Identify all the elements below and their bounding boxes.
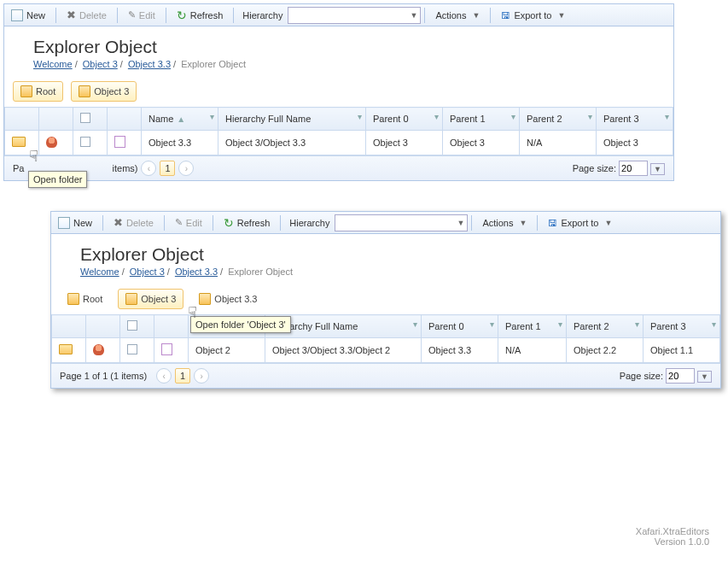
- col-check[interactable]: [120, 315, 154, 338]
- new-icon: [11, 9, 23, 21]
- tooltip-open-folder: Open folder: [28, 171, 87, 188]
- new-label: New: [73, 218, 92, 228]
- col-p3[interactable]: Parent 3▾: [597, 108, 673, 131]
- chevron-down-icon[interactable]: ▼: [697, 371, 712, 383]
- new-icon: [58, 217, 70, 229]
- hierarchy-label: Hierarchy: [242, 10, 282, 20]
- table-row[interactable]: Object 3.3 Object 3/Object 3.3 Object 3 …: [5, 131, 673, 155]
- breadcrumb-object3[interactable]: Object 3: [83, 59, 118, 69]
- filter-icon[interactable]: ▾: [511, 112, 515, 121]
- col-p1[interactable]: Parent 1▾: [443, 108, 520, 131]
- col-name[interactable]: Name▲▾: [142, 108, 218, 131]
- bc-object3-label: Object 3: [141, 294, 176, 304]
- breadcrumb-object33[interactable]: Object 3.3: [175, 266, 218, 277]
- export-button[interactable]: 🖫Export to▼: [495, 7, 571, 24]
- breadcrumb-welcome[interactable]: Welcome: [33, 59, 73, 69]
- tooltip-open-folder-o3: Open folder 'Object 3': [190, 316, 291, 333]
- pager-page-1[interactable]: 1: [160, 161, 175, 176]
- separator: [166, 8, 166, 23]
- hierarchy-select[interactable]: ▼: [335, 214, 468, 231]
- pager-page-1[interactable]: 1: [175, 368, 190, 384]
- pager-prev-button[interactable]: ‹: [156, 368, 172, 384]
- bc-object3-button[interactable]: Object 3: [71, 81, 137, 102]
- col-check[interactable]: [73, 108, 108, 131]
- separator: [102, 215, 103, 231]
- col-p0[interactable]: Parent 0▾: [366, 108, 443, 131]
- folder-icon[interactable]: [59, 344, 73, 354]
- filter-icon[interactable]: ▾: [434, 112, 439, 121]
- cell-p3: Object 3: [597, 131, 673, 155]
- filter-icon[interactable]: ▾: [358, 112, 362, 121]
- document-icon[interactable]: [114, 136, 125, 148]
- edit-button[interactable]: ✎Edit: [122, 6, 161, 24]
- cell-p0: Object 3.3: [422, 338, 498, 363]
- col-doc[interactable]: [108, 108, 142, 131]
- row-checkbox[interactable]: [80, 137, 90, 147]
- cell-hfull: Object 3/Object 3.3: [218, 131, 366, 155]
- delete-button[interactable]: ✖Delete: [108, 214, 160, 231]
- document-icon[interactable]: [161, 343, 172, 355]
- filter-icon[interactable]: ▾: [413, 319, 417, 329]
- col-folder[interactable]: [5, 108, 39, 131]
- page-size-select[interactable]: [666, 368, 695, 384]
- filter-icon[interactable]: ▾: [712, 319, 716, 329]
- col-p1[interactable]: Parent 1▾: [498, 315, 567, 338]
- col-p2[interactable]: Parent 2▾: [567, 315, 644, 338]
- separator: [471, 215, 472, 231]
- filter-icon[interactable]: ▾: [210, 112, 214, 121]
- export-button[interactable]: 🖫Export to▼: [542, 214, 618, 231]
- filter-icon[interactable]: ▾: [665, 112, 669, 121]
- edit-button[interactable]: ✎Edit: [169, 214, 208, 231]
- bc-root-label: Root: [36, 86, 55, 97]
- folder-icon[interactable]: [12, 137, 26, 147]
- actions-label: Actions: [482, 218, 513, 228]
- filter-icon[interactable]: ▾: [588, 112, 592, 121]
- hierarchy-select[interactable]: ▼: [288, 7, 421, 24]
- filter-icon[interactable]: ▾: [558, 319, 562, 329]
- pager-prev-button[interactable]: ‹: [141, 161, 156, 176]
- separator: [117, 8, 118, 23]
- table-row[interactable]: Object 2 Object 3/Object 3.3/Object 2 Ob…: [52, 338, 720, 363]
- checkbox-icon: [80, 113, 90, 123]
- bc-root-button[interactable]: Root: [13, 81, 63, 102]
- breadcrumb-object3[interactable]: Object 3: [130, 266, 165, 277]
- col-person[interactable]: [86, 315, 120, 338]
- delete-button[interactable]: ✖Delete: [61, 6, 113, 24]
- col-person[interactable]: [39, 108, 73, 131]
- new-button[interactable]: New: [52, 214, 98, 232]
- filter-icon[interactable]: ▾: [635, 319, 639, 329]
- col-p3[interactable]: Parent 3▾: [644, 315, 720, 338]
- tree-icon: [125, 293, 137, 305]
- col-hfull[interactable]: Hierarchy Full Name▾: [218, 108, 366, 131]
- refresh-icon: ↻: [224, 217, 234, 229]
- chevron-down-icon[interactable]: ▼: [650, 163, 665, 175]
- pager-next-button[interactable]: ›: [194, 368, 209, 384]
- pager-label: Page 1 of 1 (1 items): [60, 371, 147, 381]
- cell-name: Object 2: [189, 338, 265, 363]
- refresh-icon: ↻: [177, 9, 187, 21]
- delete-icon: ✖: [114, 217, 123, 228]
- breadcrumb-object33[interactable]: Object 3.3: [128, 59, 171, 69]
- actions-button[interactable]: Actions▼: [476, 214, 533, 231]
- refresh-button[interactable]: ↻Refresh: [218, 214, 277, 232]
- row-checkbox[interactable]: [127, 344, 137, 354]
- actions-button[interactable]: Actions▼: [429, 7, 486, 24]
- separator: [490, 8, 491, 23]
- col-doc[interactable]: [154, 315, 189, 338]
- separator: [233, 8, 234, 23]
- bc-object3-label: Object 3: [94, 86, 129, 97]
- bc-object3-button[interactable]: Object 3: [118, 289, 183, 309]
- new-button[interactable]: New: [5, 6, 51, 25]
- page-size-select[interactable]: [619, 161, 648, 176]
- filter-icon[interactable]: ▾: [490, 319, 494, 329]
- col-folder[interactable]: [52, 315, 86, 338]
- breadcrumb-welcome[interactable]: Welcome: [80, 266, 119, 277]
- export-label: Export to: [561, 218, 598, 228]
- pager-next-button[interactable]: ›: [178, 161, 194, 176]
- export-icon: 🖫: [548, 218, 557, 228]
- refresh-button[interactable]: ↻Refresh: [171, 6, 230, 25]
- col-p0[interactable]: Parent 0▾: [422, 315, 498, 338]
- col-p2[interactable]: Parent 2▾: [520, 108, 597, 131]
- bc-object33-button[interactable]: Object 3.3: [191, 289, 265, 309]
- bc-root-button[interactable]: Root: [60, 289, 110, 309]
